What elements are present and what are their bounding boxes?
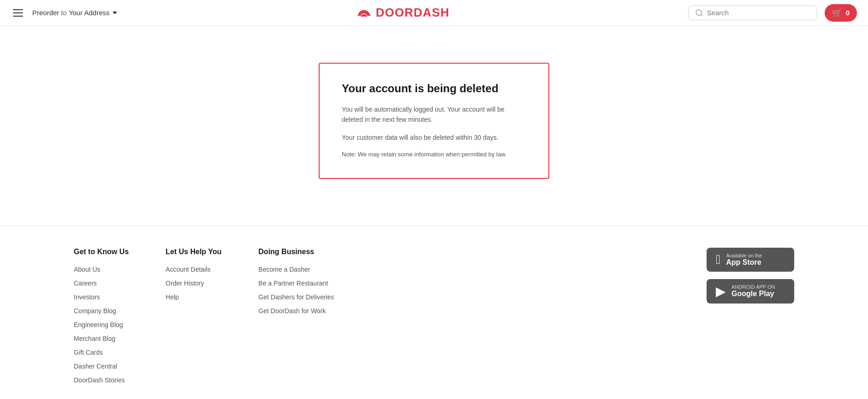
app-store-sub: Available on the (726, 253, 762, 258)
list-item: Company Blog (74, 307, 129, 315)
header-right: 🛒 0 (688, 4, 857, 22)
deletion-title: Your account is being deleted (342, 82, 526, 95)
list-item: Get DoorDash for Work (258, 307, 334, 315)
app-store-main: App Store (726, 258, 762, 267)
careers-link[interactable]: Careers (74, 280, 97, 287)
footer-col-help: Let Us Help You Account Details Order Hi… (166, 248, 221, 384)
list-item: Merchant Blog (74, 334, 129, 343)
doordash-logo[interactable]: DOORDASH (356, 6, 450, 20)
footer-col2-links: Account Details Order History Help (166, 265, 221, 301)
deletion-card: Your account is being deleted You will b… (319, 63, 549, 179)
list-item: Order History (166, 279, 221, 287)
cart-button[interactable]: 🛒 0 (825, 4, 857, 22)
list-item: Gift Cards (74, 348, 129, 357)
address-text: Your Address (69, 9, 110, 17)
google-play-button[interactable]: ▶ ANDROID APP ON Google Play (707, 279, 794, 304)
google-play-main: Google Play (731, 290, 775, 298)
footer: Get to Know Us About Us Careers Investor… (0, 225, 868, 399)
list-item: Careers (74, 279, 129, 287)
app-store-text: Available on the App Store (726, 253, 762, 267)
search-bar[interactable] (688, 6, 817, 20)
svg-line-1 (701, 14, 702, 16)
svg-point-0 (696, 10, 702, 15)
footer-apps:  Available on the App Store ▶ ANDROID A… (707, 248, 794, 384)
order-history-link[interactable]: Order History (166, 280, 204, 287)
list-item: About Us (74, 265, 129, 274)
cart-count: 0 (846, 9, 850, 17)
about-us-link[interactable]: About Us (74, 266, 101, 273)
footer-grid: Get to Know Us About Us Careers Investor… (74, 248, 794, 384)
company-blog-link[interactable]: Company Blog (74, 307, 116, 315)
header: Preorder to Your Address DOORDASH 🛒 0 (0, 0, 868, 26)
main-content: Your account is being deleted You will b… (0, 26, 868, 225)
list-item: Become a Dasher (258, 265, 334, 274)
doordash-logo-text: DOORDASH (376, 6, 450, 20)
preorder-address[interactable]: Preorder to Your Address (32, 9, 117, 17)
search-icon (695, 9, 703, 17)
cart-icon: 🛒 (832, 8, 842, 18)
app-store-button[interactable]:  Available on the App Store (707, 248, 794, 272)
google-play-text: ANDROID APP ON Google Play (731, 284, 775, 298)
search-input[interactable] (707, 9, 810, 17)
google-play-icon: ▶ (716, 284, 726, 299)
partner-restaurant-link[interactable]: Be a Partner Restaurant (258, 280, 328, 287)
footer-col1-links: About Us Careers Investors Company Blog … (74, 265, 129, 384)
preorder-text: Preorder (32, 9, 59, 17)
google-play-sub: ANDROID APP ON (731, 284, 775, 290)
doordash-stories-link[interactable]: DoorDash Stories (74, 376, 125, 384)
header-left: Preorder to Your Address (11, 7, 117, 18)
chevron-down-icon (113, 12, 117, 14)
list-item: Help (166, 293, 221, 301)
deletion-paragraph1: You will be automatically logged out. Yo… (342, 104, 526, 125)
list-item: DoorDash Stories (74, 376, 129, 384)
hamburger-menu-button[interactable] (11, 7, 25, 18)
footer-col2-heading: Let Us Help You (166, 248, 221, 256)
engineering-blog-link[interactable]: Engineering Blog (74, 321, 123, 328)
dashers-deliveries-link[interactable]: Get Dashers for Deliveries (258, 293, 334, 301)
list-item: Account Details (166, 265, 221, 274)
merchant-blog-link[interactable]: Merchant Blog (74, 335, 115, 342)
deletion-paragraph2: Your customer data will also be deleted … (342, 132, 526, 143)
list-item: Dasher Central (74, 362, 129, 370)
footer-col1-heading: Get to Know Us (74, 248, 129, 256)
footer-col-business: Doing Business Become a Dasher Be a Part… (258, 248, 334, 384)
dasher-central-link[interactable]: Dasher Central (74, 363, 117, 370)
investors-link[interactable]: Investors (74, 293, 100, 301)
deletion-note: Note: We may retain some information whe… (342, 150, 526, 160)
become-dasher-link[interactable]: Become a Dasher (258, 266, 310, 273)
preorder-to: to (61, 9, 67, 17)
apple-icon:  (716, 252, 720, 267)
footer-col3-heading: Doing Business (258, 248, 334, 256)
help-link[interactable]: Help (166, 293, 179, 301)
doordash-logo-icon (356, 6, 372, 19)
footer-col3-links: Become a Dasher Be a Partner Restaurant … (258, 265, 334, 315)
list-item: Investors (74, 293, 129, 301)
list-item: Engineering Blog (74, 321, 129, 329)
list-item: Be a Partner Restaurant (258, 279, 334, 287)
account-details-link[interactable]: Account Details (166, 266, 210, 273)
list-item: Get Dashers for Deliveries (258, 293, 334, 301)
footer-col-know-us: Get to Know Us About Us Careers Investor… (74, 248, 129, 384)
doordash-work-link[interactable]: Get DoorDash for Work (258, 307, 326, 315)
gift-cards-link[interactable]: Gift Cards (74, 349, 103, 356)
